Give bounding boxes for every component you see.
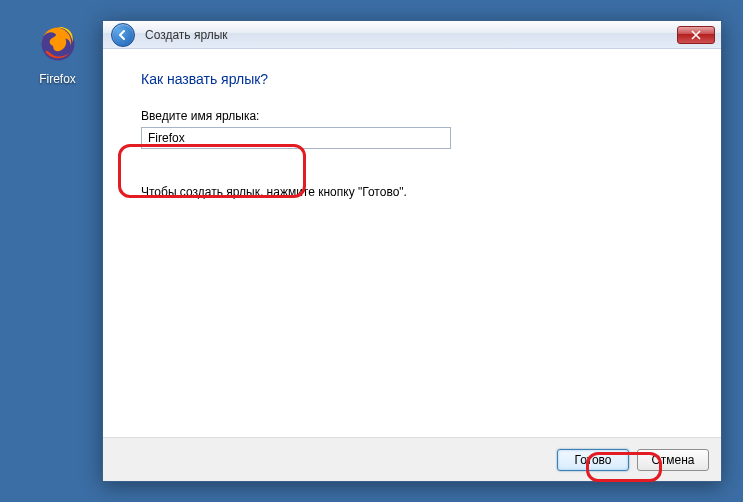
dialog-content: Как назвать ярлык? Введите имя ярлыка: Ч…: [103, 49, 721, 437]
titlebar-title: Создать ярлык: [145, 28, 667, 42]
page-title: Как назвать ярлык?: [141, 71, 683, 87]
titlebar: Создать ярлык: [103, 21, 721, 49]
name-field-label: Введите имя ярлыка:: [141, 109, 683, 123]
firefox-icon: [34, 20, 82, 68]
desktop-shortcut-firefox[interactable]: Firefox: [20, 20, 95, 86]
shortcut-name-input[interactable]: [141, 127, 451, 149]
finish-button[interactable]: Готово: [557, 449, 629, 471]
close-button[interactable]: [677, 26, 715, 44]
back-button[interactable]: [111, 23, 135, 47]
hint-text: Чтобы создать ярлык, нажмите кнопку "Гот…: [141, 185, 683, 199]
dialog-footer: Готово Отмена: [103, 437, 721, 481]
cancel-button[interactable]: Отмена: [637, 449, 709, 471]
create-shortcut-dialog: Создать ярлык Как назвать ярлык? Введите…: [102, 20, 722, 482]
desktop-shortcut-label: Firefox: [39, 72, 76, 86]
close-icon: [691, 30, 701, 40]
arrow-left-icon: [116, 28, 130, 42]
